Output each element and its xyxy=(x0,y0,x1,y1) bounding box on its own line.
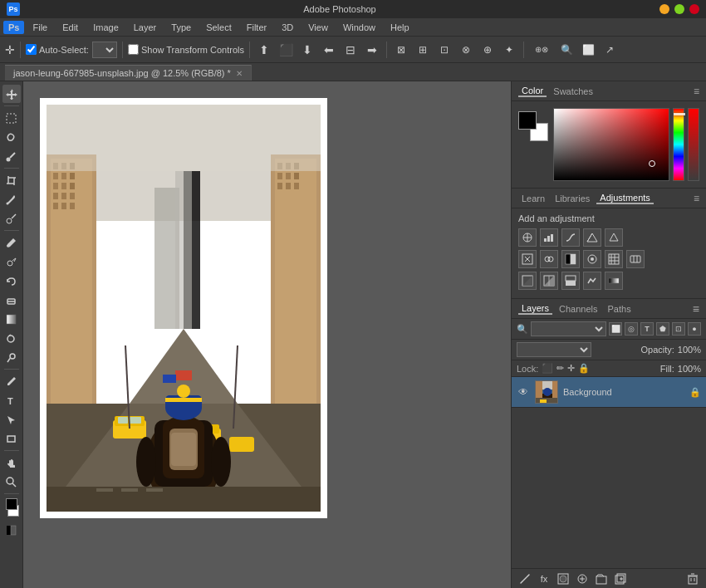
menu-image[interactable]: Image xyxy=(86,21,125,34)
menu-view[interactable]: View xyxy=(302,21,335,34)
eyedropper-tool[interactable] xyxy=(2,190,21,208)
menu-type[interactable]: Type xyxy=(164,21,198,34)
color-panel-menu-icon[interactable]: ≡ xyxy=(694,86,699,97)
color-tab[interactable]: Color xyxy=(518,86,547,97)
layer-visibility-toggle[interactable]: 👁 xyxy=(517,386,530,398)
layers-panel-menu-icon[interactable]: ≡ xyxy=(693,302,699,316)
threshold-btn[interactable] xyxy=(561,272,580,290)
fg-color-swatch[interactable] xyxy=(6,498,17,510)
distribute-right[interactable]: ✦ xyxy=(500,41,518,59)
menu-layer[interactable]: Layer xyxy=(127,21,164,34)
eraser-tool[interactable] xyxy=(2,291,21,309)
menu-select[interactable]: Select xyxy=(199,21,238,34)
type-tool[interactable]: T xyxy=(2,391,21,409)
align-bottom-edges[interactable]: ⬇ xyxy=(298,41,316,59)
zoom-tool[interactable] xyxy=(2,473,21,491)
show-transform-checkbox[interactable]: Show Transform Controls xyxy=(128,44,244,55)
brush-tool[interactable] xyxy=(2,233,21,252)
search-icon[interactable]: 🔍 xyxy=(557,41,576,59)
magic-wand-tool[interactable] xyxy=(2,147,21,165)
show-transform-check[interactable] xyxy=(128,44,139,55)
delete-layer-icon[interactable] xyxy=(684,571,701,587)
menu-file[interactable]: File xyxy=(26,21,54,34)
libraries-tab[interactable]: Libraries xyxy=(552,194,593,203)
filter-toggle[interactable]: ● xyxy=(688,322,701,336)
channels-tab[interactable]: Channels xyxy=(556,304,601,314)
foreground-background-colors[interactable] xyxy=(2,497,21,518)
brightness-contrast-btn[interactable] xyxy=(518,228,537,247)
new-layer-icon[interactable] xyxy=(612,571,629,587)
exposure-btn[interactable] xyxy=(583,228,601,247)
swatches-tab[interactable]: Swatches xyxy=(550,86,596,96)
color-balance-btn[interactable] xyxy=(540,250,558,268)
align-right-edges[interactable]: ➡ xyxy=(363,41,381,59)
distribute-horiz-centers[interactable]: ⊕ xyxy=(478,41,497,59)
rectangular-marquee-tool[interactable] xyxy=(2,109,21,127)
pen-tool[interactable] xyxy=(2,372,21,390)
maximize-button[interactable] xyxy=(674,4,684,14)
distribute-bottom[interactable]: ⊡ xyxy=(435,41,454,59)
menu-window[interactable]: Window xyxy=(336,21,382,34)
menu-help[interactable]: Help xyxy=(384,21,416,34)
gradient-map-btn[interactable] xyxy=(605,272,623,290)
adjustments-tab[interactable]: Adjustments xyxy=(596,193,654,204)
distribute-left[interactable]: ⊗ xyxy=(457,41,475,59)
paths-tab[interactable]: Paths xyxy=(605,304,635,314)
kind-filter-select[interactable]: Kind xyxy=(531,321,606,336)
curves-btn[interactable] xyxy=(561,228,580,247)
color-lookup-btn[interactable] xyxy=(626,250,645,268)
adjustment-filter-icon[interactable]: ◎ xyxy=(625,322,638,336)
menu-filter[interactable]: Filter xyxy=(240,21,273,34)
selective-color-btn[interactable] xyxy=(583,272,601,290)
shape-tool[interactable] xyxy=(2,429,21,448)
move-tool[interactable] xyxy=(2,85,21,103)
lasso-tool[interactable] xyxy=(2,128,21,146)
photo-filter-btn[interactable] xyxy=(583,250,601,268)
blur-tool[interactable] xyxy=(2,329,21,347)
pixel-filter-icon[interactable]: ⬜ xyxy=(609,322,622,336)
canvas-area[interactable] xyxy=(23,81,511,588)
smart-object-filter-icon[interactable]: ⊡ xyxy=(672,322,685,336)
spot-healing-tool[interactable] xyxy=(2,209,21,228)
align-horizontal-centers[interactable]: ⊟ xyxy=(341,41,360,59)
layers-tab[interactable]: Layers xyxy=(518,303,552,315)
alpha-slider[interactable] xyxy=(688,108,699,181)
quick-mask-button[interactable] xyxy=(2,521,21,539)
levels-btn[interactable] xyxy=(540,228,558,247)
document-tab[interactable]: jason-leung-667985-unsplash.jpg @ 12.5% … xyxy=(5,65,252,81)
fg-swatch[interactable] xyxy=(518,111,537,130)
posterize-btn[interactable] xyxy=(540,272,558,290)
gradient-tool[interactable] xyxy=(2,310,21,328)
learn-tab[interactable]: Learn xyxy=(518,194,548,203)
invert-btn[interactable] xyxy=(518,272,537,290)
dodge-tool[interactable] xyxy=(2,348,21,366)
share-icon[interactable]: ↗ xyxy=(601,41,619,59)
hand-tool[interactable] xyxy=(2,453,21,472)
lock-all-icon[interactable]: 🔒 xyxy=(578,363,590,374)
lock-move-icon[interactable]: ✛ xyxy=(567,363,575,374)
add-layer-mask-icon[interactable] xyxy=(555,571,571,587)
shape-filter-icon[interactable]: ⬟ xyxy=(656,322,669,336)
vibrance-btn[interactable] xyxy=(605,228,623,247)
distribute-vert-centers[interactable]: ⊞ xyxy=(414,41,432,59)
auto-select-checkbox[interactable]: Auto-Select: xyxy=(26,44,89,55)
table-row[interactable]: 👁 Background 🔒 xyxy=(512,377,706,408)
menu-ps[interactable]: Ps xyxy=(3,21,24,34)
minimize-button[interactable] xyxy=(659,4,669,14)
lock-transparency-icon[interactable]: ⬛ xyxy=(542,363,553,374)
add-layer-style-icon[interactable]: fx xyxy=(536,571,552,587)
close-icon[interactable]: ✕ xyxy=(236,69,243,78)
blend-mode-select[interactable]: Normal xyxy=(517,342,591,357)
color-gradient-field[interactable] xyxy=(553,108,669,181)
screen-mode-icon[interactable]: ⬜ xyxy=(579,41,597,59)
hue-saturation-btn[interactable] xyxy=(518,250,537,268)
history-brush-tool[interactable] xyxy=(2,272,21,290)
layer-select[interactable]: Layer xyxy=(92,42,117,58)
align-vertical-centers[interactable]: ⬛ xyxy=(277,41,295,59)
lock-paint-icon[interactable]: ✏ xyxy=(556,363,564,374)
align-left-edges[interactable]: ⬅ xyxy=(320,41,338,59)
align-top-edges[interactable]: ⬆ xyxy=(255,41,273,59)
menu-3d[interactable]: 3D xyxy=(275,21,300,34)
distribute-top[interactable]: ⊠ xyxy=(392,41,410,59)
auto-align-button[interactable]: ⊕⊗ xyxy=(529,41,554,59)
